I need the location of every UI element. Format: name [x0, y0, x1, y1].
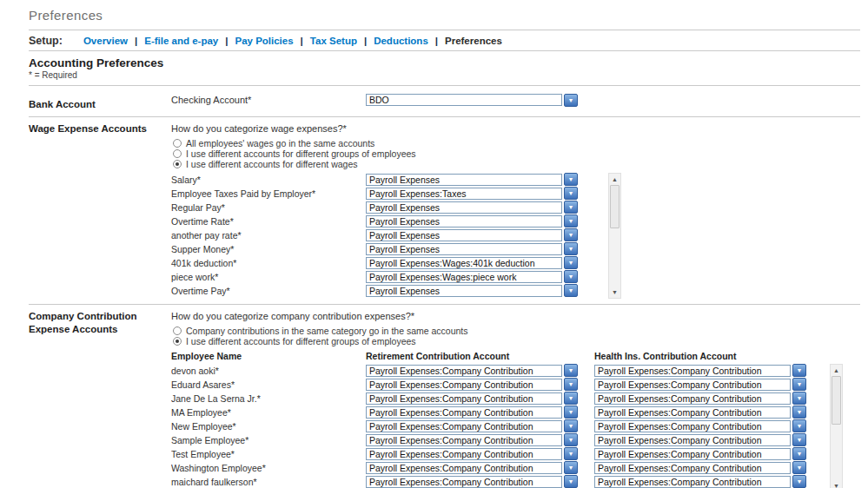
health-account-value[interactable]: Payroll Expenses:Company Contribution [594, 462, 791, 474]
scrollbar-track[interactable] [831, 425, 842, 480]
wage-option-different-wages[interactable]: I use different accounts for different w… [173, 159, 860, 169]
contribution-table-scrollbar[interactable]: ▲ ▼ [830, 364, 843, 488]
chevron-down-icon[interactable]: ▼ [564, 94, 578, 107]
retirement-account-value[interactable]: Payroll Expenses:Company Contribution [366, 476, 562, 488]
retirement-account-value[interactable]: Payroll Expenses:Company Contribution [366, 462, 562, 474]
chevron-down-icon[interactable]: ▼ [792, 392, 806, 405]
chevron-down-icon[interactable]: ▼ [792, 378, 806, 391]
retirement-account-value[interactable]: Payroll Expenses:Company Contribution [366, 448, 562, 460]
nav-preferences-current[interactable]: Preferences [445, 36, 502, 46]
health-account-value[interactable]: Payroll Expenses:Company Contribution [594, 392, 791, 405]
health-account-value[interactable]: Payroll Expenses:Company Contribution [594, 476, 791, 488]
radio-icon[interactable] [173, 337, 182, 346]
wage-account-dropdown[interactable]: Payroll Expenses ▼ [366, 242, 578, 255]
contribution-option-same-category[interactable]: Company contributions in the same catego… [173, 326, 860, 336]
wage-account-dropdown[interactable]: Payroll Expenses ▼ [366, 228, 578, 241]
health-account-value[interactable]: Payroll Expenses:Company Contribution [594, 434, 791, 446]
chevron-down-icon[interactable]: ▼ [564, 406, 578, 419]
scrollbar-track[interactable] [609, 228, 620, 287]
chevron-down-icon[interactable]: ▼ [564, 419, 578, 432]
chevron-down-icon[interactable]: ▼ [792, 447, 806, 460]
wage-account-dropdown[interactable]: Payroll Expenses:Taxes ▼ [366, 187, 578, 200]
chevron-down-icon[interactable]: ▼ [564, 447, 578, 460]
retirement-account-dropdown[interactable]: Payroll Expenses:Company Contribution▼ [366, 433, 578, 446]
health-account-dropdown[interactable]: Payroll Expenses:Company Contribution▼ [594, 419, 806, 432]
retirement-account-dropdown[interactable]: Payroll Expenses:Company Contribution▼ [366, 475, 578, 488]
wage-account-value[interactable]: Payroll Expenses [366, 201, 562, 214]
health-account-value[interactable]: Payroll Expenses:Company Contribution [594, 365, 791, 377]
nav-pay-policies[interactable]: Pay Policies [235, 36, 293, 46]
health-account-dropdown[interactable]: Payroll Expenses:Company Contribution▼ [594, 392, 806, 405]
health-account-value[interactable]: Payroll Expenses:Company Contribution [594, 406, 791, 419]
chevron-down-icon[interactable]: ▼ [564, 284, 578, 297]
wage-account-dropdown[interactable]: Payroll Expenses ▼ [366, 214, 578, 228]
radio-icon[interactable] [173, 160, 182, 168]
contribution-option-groups-of-employees[interactable]: I use different accounts for different g… [173, 336, 860, 346]
wage-account-dropdown[interactable]: Payroll Expenses:Wages:piece work ▼ [366, 270, 578, 283]
chevron-down-icon[interactable]: ▼ [792, 364, 806, 377]
checking-account-dropdown[interactable]: BDO ▼ [366, 94, 578, 107]
scrollbar-thumb[interactable] [610, 185, 620, 228]
chevron-down-icon[interactable]: ▼ [792, 406, 806, 419]
chevron-down-icon[interactable]: ▼ [564, 173, 578, 186]
health-account-dropdown[interactable]: Payroll Expenses:Company Contribution▼ [594, 406, 806, 419]
chevron-down-icon[interactable]: ▼ [564, 201, 578, 214]
radio-icon[interactable] [173, 139, 182, 148]
retirement-account-value[interactable]: Payroll Expenses:Company Contribution [366, 365, 562, 377]
wage-account-value[interactable]: Payroll Expenses [366, 285, 562, 297]
wage-account-value[interactable]: Payroll Expenses [366, 174, 562, 186]
chevron-down-icon[interactable]: ▼ [792, 433, 806, 446]
health-account-value[interactable]: Payroll Expenses:Company Contribution [594, 379, 791, 391]
retirement-account-dropdown[interactable]: Payroll Expenses:Company Contribution▼ [366, 378, 578, 391]
chevron-down-icon[interactable]: ▼ [564, 270, 578, 283]
chevron-down-icon[interactable]: ▼ [564, 214, 578, 228]
retirement-account-value[interactable]: Payroll Expenses:Company Contribution [366, 392, 562, 405]
wage-account-value[interactable]: Payroll Expenses:Taxes [366, 188, 562, 200]
chevron-down-icon[interactable]: ▼ [564, 392, 578, 405]
nav-efile-epay[interactable]: E-file and e-pay [144, 36, 218, 46]
health-account-dropdown[interactable]: Payroll Expenses:Company Contribution▼ [594, 447, 806, 460]
chevron-down-icon[interactable]: ▼ [564, 364, 578, 377]
health-account-dropdown[interactable]: Payroll Expenses:Company Contribution▼ [594, 475, 806, 488]
health-account-dropdown[interactable]: Payroll Expenses:Company Contribution▼ [594, 461, 806, 474]
scroll-up-icon[interactable]: ▲ [609, 174, 620, 185]
chevron-down-icon[interactable]: ▼ [564, 187, 578, 200]
retirement-account-dropdown[interactable]: Payroll Expenses:Company Contribution▼ [366, 406, 578, 419]
checking-account-value[interactable]: BDO [366, 94, 562, 106]
retirement-account-value[interactable]: Payroll Expenses:Company Contribution [366, 420, 562, 432]
chevron-down-icon[interactable]: ▼ [564, 433, 578, 446]
nav-tax-setup[interactable]: Tax Setup [310, 36, 357, 46]
chevron-down-icon[interactable]: ▼ [564, 461, 578, 474]
health-account-dropdown[interactable]: Payroll Expenses:Company Contribution▼ [594, 378, 806, 391]
wage-option-same-accounts[interactable]: All employees' wages go in the same acco… [173, 138, 860, 148]
scroll-down-icon[interactable]: ▼ [609, 287, 620, 298]
retirement-account-dropdown[interactable]: Payroll Expenses:Company Contribution▼ [366, 364, 578, 377]
retirement-account-dropdown[interactable]: Payroll Expenses:Company Contribution▼ [366, 419, 578, 432]
wage-option-groups[interactable]: I use different accounts for different g… [173, 148, 860, 159]
wage-account-value[interactable]: Payroll Expenses [366, 215, 562, 228]
nav-overview[interactable]: Overview [83, 36, 128, 46]
scroll-up-icon[interactable]: ▲ [831, 365, 842, 376]
chevron-down-icon[interactable]: ▼ [564, 378, 578, 391]
wage-account-dropdown[interactable]: Payroll Expenses ▼ [366, 201, 578, 214]
wage-account-value[interactable]: Payroll Expenses [366, 229, 562, 241]
wage-account-dropdown[interactable]: Payroll Expenses ▼ [366, 284, 578, 297]
retirement-account-value[interactable]: Payroll Expenses:Company Contribution [366, 406, 562, 419]
retirement-account-value[interactable]: Payroll Expenses:Company Contribution [366, 379, 562, 391]
wage-account-value[interactable]: Payroll Expenses [366, 243, 562, 255]
chevron-down-icon[interactable]: ▼ [564, 242, 578, 255]
wage-list-scrollbar[interactable]: ▲ ▼ [608, 173, 621, 299]
health-account-dropdown[interactable]: Payroll Expenses:Company Contribution▼ [594, 433, 806, 446]
retirement-account-dropdown[interactable]: Payroll Expenses:Company Contribution▼ [366, 392, 578, 405]
wage-account-value[interactable]: Payroll Expenses:Wages:401k deduction [366, 257, 562, 269]
scroll-down-icon[interactable]: ▼ [831, 480, 842, 488]
nav-deductions[interactable]: Deductions [374, 36, 428, 46]
wage-account-value[interactable]: Payroll Expenses:Wages:piece work [366, 271, 562, 283]
retirement-account-dropdown[interactable]: Payroll Expenses:Company Contribution▼ [366, 447, 578, 460]
health-account-value[interactable]: Payroll Expenses:Company Contribution [594, 448, 791, 460]
health-account-value[interactable]: Payroll Expenses:Company Contribution [594, 420, 791, 432]
radio-icon[interactable] [173, 149, 182, 158]
health-account-dropdown[interactable]: Payroll Expenses:Company Contribution▼ [594, 364, 806, 377]
chevron-down-icon[interactable]: ▼ [792, 475, 806, 488]
radio-icon[interactable] [173, 326, 182, 335]
